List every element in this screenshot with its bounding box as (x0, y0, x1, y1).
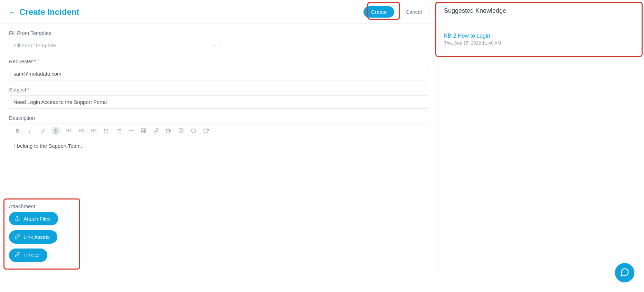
numbered-list-icon[interactable] (116, 127, 122, 135)
chat-fab[interactable] (615, 263, 634, 282)
image-icon[interactable] (178, 127, 184, 135)
description-textarea[interactable]: I belong to the Support Team. (9, 138, 429, 197)
page-title: Create Incident (19, 7, 79, 17)
editor-toolbar: B I U ¶ H1 H2 H3 (9, 124, 429, 138)
h1-button[interactable]: H1 (66, 127, 72, 135)
suggested-knowledge-title: Suggested Knowledge (443, 7, 640, 14)
requester-label-text: Requester (9, 58, 33, 64)
svg-point-4 (104, 130, 105, 131)
requester-label: Requester* (9, 58, 429, 64)
link-icon (15, 234, 20, 240)
h2-button[interactable]: H2 (78, 127, 85, 135)
horizontal-rule-icon[interactable] (128, 127, 134, 135)
h3-button[interactable]: H3 (91, 127, 97, 135)
back-arrow-icon[interactable]: ← (8, 9, 15, 16)
svg-rect-9 (142, 129, 146, 133)
bulleted-list-icon[interactable] (103, 127, 110, 135)
svg-rect-14 (166, 129, 169, 132)
cancel-button[interactable]: Cancel (398, 6, 430, 18)
description-label: Description (9, 115, 429, 121)
subject-input[interactable] (9, 95, 429, 109)
video-icon[interactable] (165, 127, 172, 135)
suggested-knowledge-panel: Suggested Knowledge KB-2 How to Login Th… (438, 0, 644, 274)
table-icon[interactable] (141, 127, 147, 135)
template-label: Fill From Template (9, 30, 429, 36)
required-asterisk: * (34, 58, 36, 64)
undo-icon[interactable] (190, 127, 197, 135)
italic-icon[interactable]: I (27, 127, 33, 135)
knowledge-item-link[interactable]: KB-2 How to Login (443, 33, 640, 39)
link-icon[interactable] (153, 127, 159, 135)
requester-input[interactable] (9, 67, 429, 80)
svg-point-5 (104, 132, 105, 132)
knowledge-item-date: Thu, Sep 15, 2022 11:40 AM (443, 40, 640, 46)
svg-point-3 (104, 129, 105, 129)
upload-icon (15, 215, 20, 222)
svg-point-17 (180, 130, 181, 130)
link-ci-label: Link CI (23, 252, 40, 258)
attachment-label: Attachment (9, 203, 429, 209)
page-header: ← Create Incident Create Cancel (0, 0, 438, 24)
subject-label: Subject* (9, 87, 429, 93)
create-button[interactable]: Create (363, 6, 394, 18)
bold-icon[interactable]: B (14, 127, 20, 135)
template-select[interactable]: Fill From Template (9, 39, 220, 52)
template-select-input[interactable]: Fill From Template (9, 39, 220, 52)
subject-label-text: Subject (9, 87, 26, 93)
divider (443, 25, 640, 25)
description-editor: B I U ¶ H1 H2 H3 (9, 124, 429, 197)
underline-icon[interactable]: U (39, 127, 45, 135)
chat-icon (620, 267, 629, 278)
redo-icon[interactable] (203, 127, 209, 135)
attach-files-button[interactable]: Attach Files (9, 212, 58, 225)
link-ci-button[interactable]: Link CI (9, 249, 47, 262)
link-assets-label: Link Assets (23, 234, 50, 240)
paragraph-icon[interactable]: ¶ (51, 127, 60, 135)
link-assets-button[interactable]: Link Assets (9, 230, 57, 244)
link-icon (15, 252, 20, 259)
required-asterisk: * (27, 87, 29, 93)
attach-files-label: Attach Files (23, 216, 50, 222)
